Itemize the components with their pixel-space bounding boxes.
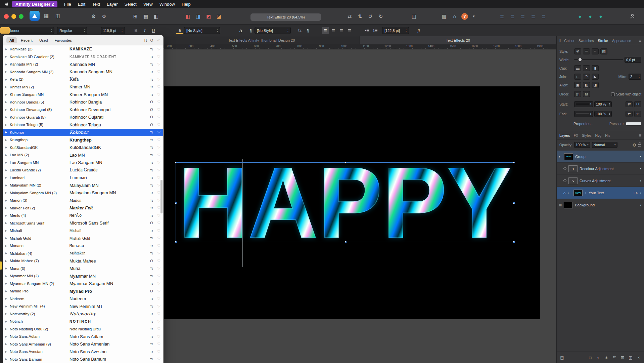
group-layers-button[interactable]: ◫ [628,355,633,360]
expand-triangle-icon[interactable]: ▶ [5,85,10,88]
join-bevel-button[interactable]: ◣ [592,74,599,80]
expand-triangle-icon[interactable]: ▶ [5,63,10,66]
stepper-icon[interactable]: ▴▾ [609,103,610,106]
canvas-text[interactable]: HAPPY [178,162,511,242]
ligatures-button[interactable]: fi [415,27,422,34]
tab-favourites[interactable]: Favourites [52,37,75,43]
font-row-kefa-2[interactable]: ▶Kefa (2)KefaTt♡ [3,76,163,83]
font-size-combo[interactable]: 119,9 pt ▴▾ [101,27,125,34]
favourite-icon[interactable]: ♡ [155,319,160,324]
menu-window[interactable]: Window [156,1,178,7]
favourite-icon[interactable]: ♡ [155,266,160,271]
menu-edit[interactable]: Edit [75,1,89,7]
expand-triangle-icon[interactable]: ▶ [5,48,10,51]
resize-handle-tl[interactable] [175,162,177,163]
expand-triangle-icon[interactable]: ▶ [5,191,10,194]
minimize-window-button[interactable] [11,14,16,19]
expand-triangle-icon[interactable]: ▶ [5,297,10,300]
expand-triangle-icon[interactable]: ▶ [5,161,10,164]
cap-butt-button[interactable]: ▬ [574,65,581,71]
panel-menu-icon[interactable]: ≡ [639,133,641,138]
favourite-icon[interactable]: ♡ [155,342,160,346]
favourite-icon[interactable]: ♡ [155,289,160,293]
join-round-button[interactable]: ◠ [583,74,590,80]
visibility-dot[interactable]: ● [640,204,641,206]
flip-vertical-icon[interactable]: ⇅ [356,13,364,20]
teal-circle-button-2[interactable]: ● [587,13,594,20]
favourite-icon[interactable]: ♡ [155,183,160,188]
font-row-luminari[interactable]: ▶LuminariLuminariTt♡ [3,174,163,182]
align-tool-button-2[interactable]: ≣ [509,13,516,20]
new-layer-button[interactable]: ⊞ [620,355,625,360]
stroke-width-slider[interactable] [574,59,623,60]
expand-triangle-icon[interactable]: ▶ [5,214,10,217]
favourite-icon[interactable]: ♡ [155,92,160,97]
font-row-lao-sangam-mn[interactable]: ▶Lao Sangam MNLao Sangam MNTt♡ [3,159,163,167]
expand-triangle-icon[interactable]: ▶ [5,350,10,353]
guides-icon[interactable]: ◧ [152,13,160,20]
font-row-noto-sans-avestan[interactable]: ▶Noto Sans AvestanNoto Sans AvestanTt♡ [3,348,163,356]
expand-triangle-icon[interactable]: ▶ [5,138,10,142]
expand-triangle-icon[interactable]: ▶ [5,154,10,157]
layer-options-icon[interactable]: ▤ [559,355,565,360]
app-menu-title[interactable]: Affinity Designer 2 [12,1,57,7]
layer-row-your-text[interactable]: A›HAPPY◑Your TextFX● [557,187,644,199]
expand-triangle-icon[interactable]: ▶ [5,358,10,361]
start-line-style-dropdown[interactable]: ▴▾ [574,101,593,107]
font-row-myriad-pro[interactable]: ▶Myriad ProMyriad ProO♡ [3,287,163,295]
expand-triangle-icon[interactable]: ▶ [5,93,10,96]
opacity-dropdown[interactable]: 100 %▾ [574,142,590,148]
paragraph-style-combo[interactable]: [No Style] ▴▾ [255,27,291,34]
menu-text[interactable]: Text [89,1,103,7]
menu-view[interactable]: View [140,1,156,7]
favourite-icon[interactable]: ♡ [155,191,160,195]
bullet-list-button[interactable]: •≡ [363,27,371,34]
layer-effects-button[interactable]: fx [612,355,617,360]
font-row-myanmar-sangam-mn-2[interactable]: ▶Myanmar Sangam MN (2)Myanmar Sangam MNT… [3,280,163,288]
close-window-button[interactable] [4,14,9,19]
designer-persona-button[interactable] [30,11,40,21]
font-row-mukta-mahee-7[interactable]: ▶Mukta Mahee (7)Mukta MaheeO♡ [3,257,163,265]
favourite-icon[interactable]: ♡ [155,281,160,286]
expand-triangle-icon[interactable]: ▶ [5,229,10,232]
font-row-new-peninim-mt-4[interactable]: ▶New Peninim MT (4)New Peninim MTTt♡ [3,302,163,310]
resize-handle-br[interactable] [513,241,515,243]
end-line-style-dropdown[interactable]: ▴▾ [574,111,593,117]
expand-triangle-icon[interactable]: ▶ [5,176,10,179]
layer-target-icon[interactable] [563,179,566,182]
layer-row-group[interactable]: ▾HAPPYGroup● [557,151,644,163]
favourite-icon[interactable]: ♡ [155,350,160,354]
stroke-solid-button[interactable]: ━ [583,48,590,54]
font-row-mshtakan-4[interactable]: ▶Mshtakan (4)MshtakanTt♡ [3,250,163,257]
font-row-kohinoor-devanagari-5[interactable]: ▶Kohinoor Devanagari (5)Kohinoor Devanag… [3,106,163,114]
favourite-icon[interactable]: ♡ [155,145,160,150]
favourite-icon[interactable]: ♡ [155,236,160,240]
font-row-kannada-mn-2[interactable]: ▶Kannada MN (2)Kannada MNTt♡ [3,61,163,68]
font-row-notinch[interactable]: ▶NotinchNOTINCHTt♡ [3,318,163,325]
favourite-icon[interactable]: ♡ [155,251,160,255]
leading-combo[interactable]: [122,8 pt] ▴▾ [382,27,409,34]
rotate-cw-icon[interactable]: ↻ [377,13,384,20]
stepper-icon[interactable]: ▴▾ [609,112,610,116]
expand-triangle-icon[interactable]: ▶ [5,335,10,338]
live-filter-button[interactable]: ∗ [604,355,609,360]
resize-handle-bm[interactable] [345,241,347,243]
tab-colour[interactable]: Colour [564,39,574,43]
favourite-icon[interactable]: ♡ [155,259,160,263]
font-row-menlo-4[interactable]: ▶Menlo (4)MenloTt♡ [3,212,163,219]
resize-handle-bl[interactable] [175,241,177,243]
font-row-marion-3[interactable]: ▶Marion (3)MarionTt♡ [3,197,163,204]
favourites-column-icon[interactable]: ♡ [156,38,160,42]
expand-triangle-icon[interactable]: ▶ [5,282,10,285]
expand-triangle-icon[interactable]: ▶ [5,244,10,247]
teal-circle-button-1[interactable]: ● [576,13,584,20]
favourite-icon[interactable]: ♡ [155,213,160,218]
panel-menu-icon[interactable]: ≡ [639,38,641,43]
favourite-icon[interactable]: ♡ [155,296,160,301]
font-row-noto-nastaliq-urdu-2[interactable]: ▶Noto Nastaliq Urdu (2)Noto Nastaliq Urd… [3,325,163,333]
join-miter-button[interactable]: ∟ [574,74,581,80]
expand-triangle-icon[interactable]: ▶ [5,131,10,134]
panel-handle-icon[interactable]: ‖ [559,39,561,42]
favourite-icon[interactable]: ♡ [155,115,160,119]
mask-layer-button[interactable]: □ [588,355,593,360]
